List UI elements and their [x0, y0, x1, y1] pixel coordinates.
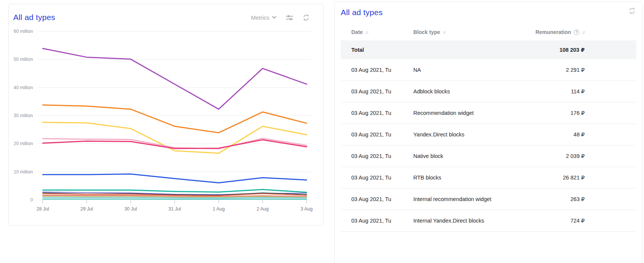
row-remuneration: 26 821 ₽ — [519, 175, 585, 181]
y-axis-label: 50 million — [14, 57, 33, 62]
row-date: 03 Aug 2021, Tu — [351, 132, 413, 138]
chart-controls: Metrics — [251, 14, 310, 21]
series-line-purple — [43, 48, 307, 109]
line-chart: 60 million50 million40 million30 million… — [9, 4, 324, 226]
row-block-type: Native block — [413, 153, 519, 159]
x-axis-label: 3 Aug — [301, 206, 313, 212]
series-line-light-blue — [43, 198, 307, 198]
table-row: 03 Aug 2021, TuYandex.Direct blocks48 ₽ — [341, 124, 636, 145]
y-axis-label: 30 million — [14, 113, 33, 118]
row-date: 03 Aug 2021, Tu — [351, 218, 413, 224]
x-axis-label: 2 Aug — [257, 206, 269, 212]
sort-icon[interactable]: ↓↑ — [443, 30, 445, 34]
row-block-type: NA — [413, 67, 519, 73]
row-block-type: Adblock blocks — [413, 88, 519, 94]
table-row: 03 Aug 2021, TuRecommendation widget176 … — [341, 102, 636, 124]
row-remuneration: 176 ₽ — [519, 110, 585, 116]
refresh-icon[interactable] — [628, 7, 636, 14]
chart-card: All ad types Metrics — [8, 4, 324, 226]
column-header-remuneration[interactable]: Remuneration ? ↓↑ — [519, 29, 585, 35]
table-row: 03 Aug 2021, TuInternal recommendation w… — [341, 189, 636, 210]
table-header-row: Date ↓↑ Block type ↓↑ Remuneration ? ↓↑ — [341, 24, 636, 40]
row-block-type: RTB blocks — [413, 175, 519, 181]
row-block-type: Recommendation widget — [413, 110, 519, 116]
x-axis-label: 31 Jul — [168, 206, 181, 212]
series-line-orange — [43, 105, 307, 133]
sort-icon[interactable]: ↓↑ — [582, 30, 585, 34]
x-axis-label: 1 Aug — [213, 206, 225, 212]
chevron-down-icon — [272, 16, 276, 19]
x-axis-label: 28 Jul — [36, 206, 49, 212]
total-remuneration: 108 203 ₽ — [519, 47, 585, 53]
y-axis-label: 10 million — [14, 169, 33, 175]
table-card: All ad types Date ↓↑ Block type ↓↑ Remun… — [334, 2, 643, 263]
table-row: 03 Aug 2021, TuNative block2 039 ₽ — [341, 145, 636, 167]
chart-title[interactable]: All ad types — [13, 13, 55, 22]
total-label: Total — [351, 47, 413, 53]
table-row: 03 Aug 2021, TuNA2 291 ₽ — [341, 59, 636, 81]
row-remuneration: 48 ₽ — [519, 132, 585, 138]
refresh-icon[interactable] — [303, 14, 310, 21]
table-row: 03 Aug 2021, TuRTB blocks26 821 ₽ — [341, 167, 636, 189]
table-card-header: All ad types — [335, 2, 642, 19]
column-header-date[interactable]: Date ↓↑ — [351, 29, 413, 35]
table-title[interactable]: All ad types — [341, 8, 383, 17]
total-row: Total 108 203 ₽ — [341, 40, 636, 59]
row-block-type: Yandex.Direct blocks — [413, 132, 519, 138]
row-block-type: Internal recommendation widget — [413, 196, 519, 202]
row-date: 03 Aug 2021, Tu — [351, 175, 413, 181]
row-remuneration: 2 291 ₽ — [519, 67, 585, 73]
row-date: 03 Aug 2021, Tu — [351, 67, 413, 73]
metrics-dropdown-label: Metrics — [251, 14, 269, 21]
row-date: 03 Aug 2021, Tu — [351, 196, 413, 202]
row-block-type: Internal Yandex.Direct blocks — [413, 218, 519, 224]
y-axis-label: 20 million — [14, 141, 33, 146]
column-header-block-type[interactable]: Block type ↓↑ — [413, 29, 519, 35]
sliders-icon[interactable] — [286, 14, 293, 21]
row-date: 03 Aug 2021, Tu — [351, 88, 413, 94]
row-date: 03 Aug 2021, Tu — [351, 110, 413, 116]
metrics-dropdown-button[interactable]: Metrics — [251, 14, 276, 21]
chart-card-header: All ad types Metrics — [9, 4, 323, 25]
row-remuneration: 2 039 ₽ — [519, 153, 585, 159]
x-axis-label: 29 Jul — [81, 206, 93, 212]
help-icon[interactable]: ? — [574, 29, 579, 35]
table-row: 03 Aug 2021, TuInternal Yandex.Direct bl… — [341, 210, 636, 232]
x-axis-label: 30 Jul — [124, 206, 137, 212]
table-body: 03 Aug 2021, TuNA2 291 ₽03 Aug 2021, TuA… — [341, 59, 636, 232]
y-axis-label: 60 million — [14, 29, 33, 34]
row-remuneration: 724 ₽ — [519, 218, 585, 224]
y-axis-label: 0 — [30, 197, 33, 203]
y-axis-label: 40 million — [14, 85, 33, 90]
series-line-blue — [43, 174, 307, 183]
series-line-teal — [43, 190, 307, 192]
sort-icon[interactable]: ↓↑ — [365, 30, 368, 34]
table-row: 03 Aug 2021, TuAdblock blocks114 ₽ — [341, 81, 636, 102]
row-remuneration: 114 ₽ — [519, 88, 585, 94]
row-date: 03 Aug 2021, Tu — [351, 153, 413, 159]
remuneration-table: Date ↓↑ Block type ↓↑ Remuneration ? ↓↑ … — [341, 24, 636, 232]
row-remuneration: 263 ₽ — [519, 196, 585, 202]
